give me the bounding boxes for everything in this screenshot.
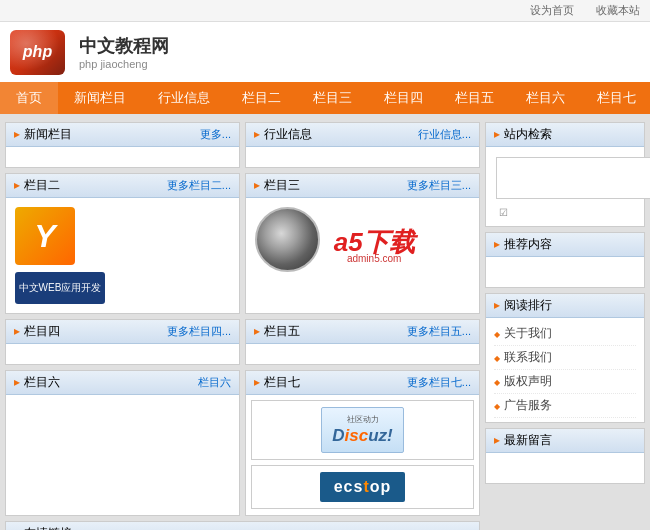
col6-more[interactable]: 栏目六 bbox=[198, 375, 231, 390]
col4-header: 栏目四 更多栏目四... bbox=[6, 320, 239, 344]
col3-title: 栏目三 bbox=[254, 177, 300, 194]
industry-body bbox=[246, 147, 479, 167]
news-body bbox=[6, 147, 239, 167]
row1: 新闻栏目 更多... 行业信息 行业信息... bbox=[5, 122, 480, 168]
col7-title: 栏目七 bbox=[254, 374, 300, 391]
col2-more[interactable]: 更多栏目二... bbox=[167, 178, 231, 193]
reading-item-2[interactable]: 版权声明 bbox=[494, 370, 636, 394]
news-more[interactable]: 更多... bbox=[200, 127, 231, 142]
watermark-text: a5下载 bbox=[334, 228, 415, 254]
col6-title: 栏目六 bbox=[14, 374, 60, 391]
col6-header: 栏目六 栏目六 bbox=[6, 371, 239, 395]
col2-logo-y: Y bbox=[15, 207, 75, 265]
col3-body: a5下载 admin5.com bbox=[246, 198, 479, 293]
nav-item-col6[interactable]: 栏目六 bbox=[510, 82, 581, 114]
col4-title: 栏目四 bbox=[14, 323, 60, 340]
recommend-title: 推荐内容 bbox=[494, 236, 552, 253]
logo-icon: php bbox=[10, 30, 65, 75]
top-bar: 设为首页 收藏本站 bbox=[0, 0, 650, 22]
search-body: 搜索 ☑ bbox=[486, 147, 644, 226]
col7-body: 社区动力 Discuz! ecstop bbox=[246, 395, 479, 515]
main-container: 新闻栏目 更多... 行业信息 行业信息... 栏目二 更多栏目二... bbox=[0, 114, 650, 530]
ecshop-text: ecstop bbox=[334, 478, 392, 495]
nav-item-news[interactable]: 新闻栏目 bbox=[58, 82, 142, 114]
site-subname: php jiaocheng bbox=[79, 58, 169, 70]
friends-title: 友情链接 bbox=[14, 525, 72, 530]
row2: 栏目二 更多栏目二... Y 中文WEB应用开发 栏目三 bbox=[5, 173, 480, 314]
news-header: 新闻栏目 更多... bbox=[6, 123, 239, 147]
row4: 栏目六 栏目六 栏目七 更多栏目七... 社区动力 Discuz! bbox=[5, 370, 480, 516]
comment-title: 最新留言 bbox=[494, 432, 552, 449]
main-nav: 首页 新闻栏目 行业信息 栏目二 栏目三 栏目四 栏目五 栏目六 栏目七 bbox=[0, 82, 650, 114]
ecshop-block: ecstop bbox=[251, 465, 474, 509]
friends-header: 友情链接 bbox=[6, 522, 479, 530]
site-header: php 中文教程网 php jiaocheng bbox=[0, 22, 650, 82]
nav-item-col4[interactable]: 栏目四 bbox=[368, 82, 439, 114]
search-option-icon: ☑ bbox=[491, 204, 639, 221]
search-panel: 站内检索 搜索 ☑ bbox=[485, 122, 645, 227]
industry-panel: 行业信息 行业信息... bbox=[245, 122, 480, 168]
col3-more[interactable]: 更多栏目三... bbox=[407, 178, 471, 193]
reading-item-1[interactable]: 联系我们 bbox=[494, 346, 636, 370]
row3: 栏目四 更多栏目四... 栏目五 更多栏目五... bbox=[5, 319, 480, 365]
nav-item-col2[interactable]: 栏目二 bbox=[226, 82, 297, 114]
news-title: 新闻栏目 bbox=[14, 126, 72, 143]
comment-header: 最新留言 bbox=[486, 429, 644, 453]
col7-more[interactable]: 更多栏目七... bbox=[407, 375, 471, 390]
recommend-body bbox=[486, 257, 644, 287]
col2-header: 栏目二 更多栏目二... bbox=[6, 174, 239, 198]
discuz-logo: 社区动力 Discuz! bbox=[321, 407, 403, 453]
col5-header: 栏目五 更多栏目五... bbox=[246, 320, 479, 344]
reading-panel: 阅读排行 关于我们 联系我们 版权声明 广告服务 bbox=[485, 293, 645, 423]
col4-body bbox=[6, 344, 239, 364]
industry-more[interactable]: 行业信息... bbox=[418, 127, 471, 142]
col2-body: Y 中文WEB应用开发 bbox=[6, 198, 239, 313]
search-header: 站内检索 bbox=[486, 123, 644, 147]
logo-area: php 中文教程网 php jiaocheng bbox=[10, 30, 169, 75]
nav-item-col3[interactable]: 栏目三 bbox=[297, 82, 368, 114]
right-col: 站内检索 搜索 ☑ 推荐内容 阅读排行 关于我们 bbox=[485, 122, 645, 530]
watermark-sub: admin5.com bbox=[334, 252, 415, 263]
comment-panel: 最新留言 bbox=[485, 428, 645, 484]
col2-logo-tp: 中文WEB应用开发 bbox=[15, 272, 105, 304]
col3-spiral-image bbox=[255, 207, 320, 272]
col2-title: 栏目二 bbox=[14, 177, 60, 194]
comment-body bbox=[486, 453, 644, 483]
nav-item-industry[interactable]: 行业信息 bbox=[142, 82, 226, 114]
reading-header: 阅读排行 bbox=[486, 294, 644, 318]
discuz-tagline: 社区动力 bbox=[332, 414, 392, 425]
reading-item-0[interactable]: 关于我们 bbox=[494, 322, 636, 346]
nav-item-col5[interactable]: 栏目五 bbox=[439, 82, 510, 114]
recommend-panel: 推荐内容 bbox=[485, 232, 645, 288]
col2-panel: 栏目二 更多栏目二... Y 中文WEB应用开发 bbox=[5, 173, 240, 314]
col7-header: 栏目七 更多栏目七... bbox=[246, 371, 479, 395]
industry-header: 行业信息 行业信息... bbox=[246, 123, 479, 147]
left-col: 新闻栏目 更多... 行业信息 行业信息... 栏目二 更多栏目二... bbox=[5, 122, 480, 530]
col4-more[interactable]: 更多栏目四... bbox=[167, 324, 231, 339]
col5-panel: 栏目五 更多栏目五... bbox=[245, 319, 480, 365]
site-name: 中文教程网 bbox=[79, 34, 169, 58]
nav-item-col7[interactable]: 栏目七 bbox=[581, 82, 650, 114]
nav-item-home[interactable]: 首页 bbox=[0, 82, 58, 114]
col7-panel: 栏目七 更多栏目七... 社区动力 Discuz! ecstop bbox=[245, 370, 480, 516]
search-title: 站内检索 bbox=[494, 126, 552, 143]
news-panel: 新闻栏目 更多... bbox=[5, 122, 240, 168]
industry-title: 行业信息 bbox=[254, 126, 312, 143]
ecshop-logo: ecstop bbox=[320, 472, 406, 502]
reading-item-3[interactable]: 广告服务 bbox=[494, 394, 636, 418]
bookmark-link[interactable]: 收藏本站 bbox=[596, 4, 640, 16]
reading-body: 关于我们 联系我们 版权声明 广告服务 bbox=[486, 318, 644, 422]
a5-watermark: a5下载 admin5.com bbox=[334, 228, 415, 263]
recommend-header: 推荐内容 bbox=[486, 233, 644, 257]
discuz-block: 社区动力 Discuz! bbox=[251, 400, 474, 460]
search-input[interactable] bbox=[496, 157, 650, 199]
col5-more[interactable]: 更多栏目五... bbox=[407, 324, 471, 339]
col4-panel: 栏目四 更多栏目四... bbox=[5, 319, 240, 365]
friends-panel: 友情链接 bbox=[5, 521, 480, 530]
discuz-name: Discuz! bbox=[332, 426, 392, 446]
set-home-link[interactable]: 设为首页 bbox=[530, 4, 574, 16]
col3-header: 栏目三 更多栏目三... bbox=[246, 174, 479, 198]
reading-title: 阅读排行 bbox=[494, 297, 552, 314]
col5-body bbox=[246, 344, 479, 364]
col6-panel: 栏目六 栏目六 bbox=[5, 370, 240, 516]
